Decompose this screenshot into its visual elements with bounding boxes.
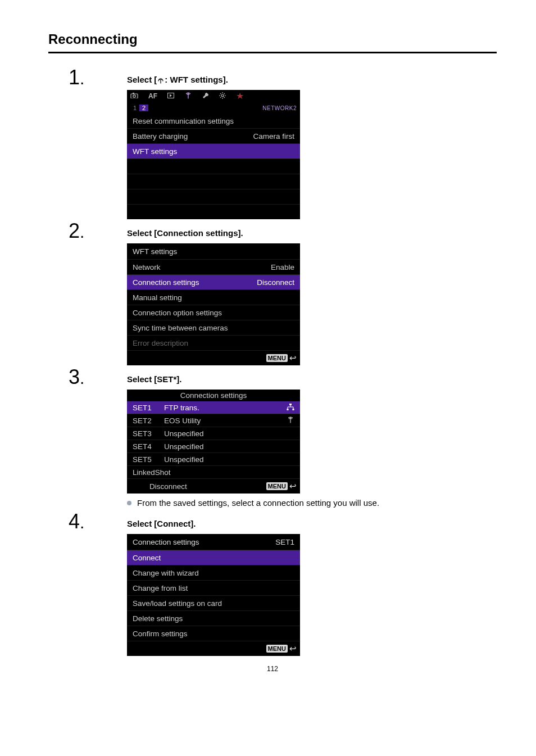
row-text: Delete settings [133, 614, 183, 623]
cog-icon [219, 92, 226, 101]
header-text: WFT settings [133, 247, 177, 256]
row-text: Battery charging [133, 132, 188, 141]
play-icon [167, 92, 174, 100]
svg-rect-7 [293, 409, 294, 410]
set-label: SET1 [133, 404, 156, 412]
set-label: SET5 [133, 455, 156, 464]
screen-footer: Disconnect MENU ↩ [127, 479, 300, 494]
step-number: 4 [69, 510, 84, 533]
set-row-set4: SET4 Unspecified [127, 440, 300, 453]
step-4: 4 Select [Connect]. Connection settings … [96, 519, 497, 656]
subtab-2: 2 [139, 105, 148, 111]
return-icon: ↩ [289, 353, 297, 363]
row-value: Enable [271, 263, 294, 271]
antenna-icon [157, 77, 165, 85]
row-text: Save/load settings on card [133, 599, 222, 608]
menu-return: MENU ↩ [127, 351, 300, 365]
menu-row-battery-charging: Battery charging Camera first [127, 129, 300, 144]
subtab-1: 1 [130, 105, 139, 111]
set-label: SET2 [133, 417, 156, 425]
footer-disconnect: Disconnect [149, 482, 187, 491]
menu-row-confirm-settings: Confirm settings [127, 626, 300, 641]
set-value: Unspecified [164, 429, 204, 438]
menu-return-badge: MENU ↩ [266, 644, 297, 654]
row-text: Reset communication settings [133, 117, 234, 125]
svg-rect-6 [287, 409, 289, 410]
step-3: 3 Select [SET*]. Connection settings SET… [96, 374, 497, 508]
set-row-set2: SET2 EOS Utility [127, 414, 300, 427]
return-icon: ↩ [289, 644, 297, 654]
row-text: Change from list [133, 584, 188, 592]
menu-row-change-list: Change from list [127, 581, 300, 596]
menu-row-change-wizard: Change with wizard [127, 565, 300, 581]
empty-row [127, 174, 300, 189]
camera-icon [130, 92, 138, 100]
wrench-icon [202, 92, 209, 101]
menu-row-sync-time: Sync time between cameras [127, 320, 300, 336]
step-number: 3 [69, 365, 84, 389]
step-2-instruction: Select [Connection settings]. [127, 228, 497, 238]
menu-row-connect: Connect [127, 550, 300, 565]
af-tab-icon: AF [148, 92, 157, 100]
set-value: Unspecified [164, 442, 204, 451]
row-text: Change with wizard [133, 569, 199, 577]
menu-row-wft-settings: WFT settings [127, 144, 300, 159]
step-3-instruction: Select [SET*]. [127, 374, 497, 384]
empty-row [127, 189, 300, 205]
header-right: SET1 [275, 538, 294, 546]
set-row-set1: SET1 FTP trans. [127, 401, 300, 414]
row-text: Error description [133, 339, 188, 347]
step-1-instruction: Select [: WFT settings]. [127, 75, 497, 84]
row-text: Connection settings [133, 278, 199, 287]
set-label: LinkedShot [133, 468, 171, 477]
row-text: Manual setting [133, 293, 182, 302]
row-text: WFT settings [133, 147, 177, 156]
page-title: Reconnecting [48, 31, 497, 53]
lan-icon [287, 404, 294, 412]
row-text: Network [133, 263, 161, 271]
menu-label: MENU [266, 645, 288, 653]
row-text: Confirm settings [133, 630, 188, 638]
menu-row-error-desc: Error description [127, 336, 300, 351]
star-icon: ★ [236, 93, 244, 99]
screen-header: Connection settings [127, 390, 300, 401]
tab-sub-bar: 1 2 NETWORK2 [127, 102, 300, 114]
step-4-instruction: Select [Connect]. [127, 519, 497, 528]
screen-header: WFT settings [127, 243, 300, 260]
step-1: 1 Select [: WFT settings]. AF ★ [96, 75, 497, 219]
antenna-tab-icon [184, 92, 192, 101]
menu-return-badge: MENU ↩ [266, 353, 297, 363]
row-value: Camera first [253, 132, 294, 141]
menu-return: MENU ↩ [127, 641, 300, 656]
row-text: Sync time between cameras [133, 324, 228, 332]
return-icon: ↩ [289, 481, 297, 491]
note-text: From the saved settings, select a connec… [137, 498, 379, 508]
set-label: SET3 [133, 429, 156, 438]
row-text: Connection option settings [133, 309, 222, 317]
set-value: EOS Utility [164, 417, 201, 425]
step-number: 2 [69, 219, 84, 243]
antenna-icon [287, 417, 294, 425]
set-value: Unspecified [164, 455, 204, 464]
set-row-linkedshot: LinkedShot [127, 466, 300, 479]
menu-label: MENU [266, 482, 288, 490]
set-value: FTP trans. [164, 404, 199, 412]
row-value: Disconnect [257, 278, 294, 287]
screen-header: Connection settings SET1 [127, 534, 300, 550]
camera-screen-connect: Connection settings SET1 Connect Change … [127, 534, 300, 656]
set-label: SET4 [133, 442, 156, 451]
camera-screen-connection-settings: Connection settings SET1 FTP trans. SET2… [127, 390, 300, 494]
menu-row-reset-comm: Reset communication settings [127, 114, 300, 129]
empty-row [127, 205, 300, 219]
header-left: Connection settings [133, 538, 199, 546]
step-number: 1 [69, 66, 84, 89]
instr-suffix: : WFT settings]. [165, 75, 228, 84]
menu-row-save-load: Save/load settings on card [127, 596, 300, 611]
step-2: 2 Select [Connection settings]. WFT sett… [96, 228, 497, 365]
svg-point-1 [133, 95, 135, 97]
subtab-label: NETWORK2 [262, 105, 297, 111]
menu-row-connection-settings: Connection settings Disconnect [127, 275, 300, 290]
svg-point-4 [221, 94, 224, 97]
camera-screen-network-tab: AF ★ 1 2 NETWORK2 [127, 90, 300, 219]
menu-row-manual-setting: Manual setting [127, 290, 300, 305]
